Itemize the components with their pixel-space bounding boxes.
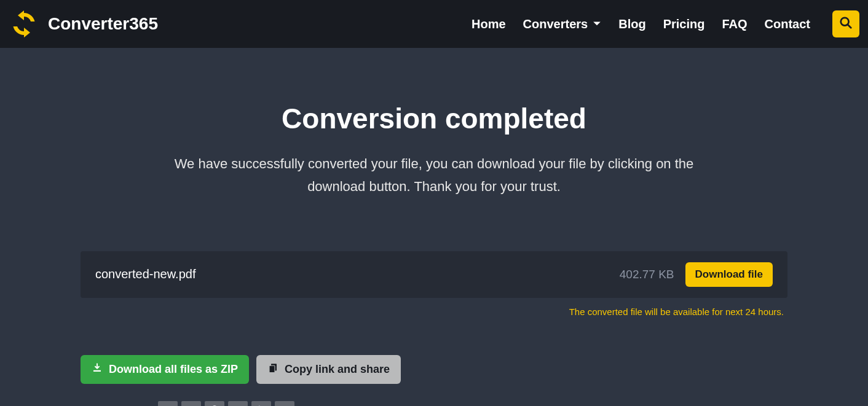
- share-linkedin-button[interactable]: [158, 401, 178, 406]
- copy-icon: [267, 362, 278, 377]
- search-icon: [839, 16, 853, 32]
- share-email-button[interactable]: [228, 401, 248, 406]
- refresh-arrows-icon: [9, 9, 39, 39]
- share-skype-button[interactable]: [251, 401, 271, 406]
- file-name: converted-new.pdf: [95, 267, 195, 281]
- share-whatsapp-button[interactable]: [205, 401, 224, 406]
- share-twitter-button[interactable]: [181, 401, 201, 406]
- main-content: Conversion completed We have successfull…: [81, 48, 787, 406]
- download-zip-label: Download all files as ZIP: [109, 363, 238, 376]
- brand-name: Converter365: [48, 14, 158, 34]
- download-zip-button[interactable]: Download all files as ZIP: [81, 355, 249, 384]
- share-more-button[interactable]: [275, 401, 294, 406]
- logo[interactable]: Converter365: [9, 9, 158, 39]
- bulk-actions: Download all files as ZIP Copy link and …: [81, 355, 787, 384]
- nav-faq[interactable]: FAQ: [722, 17, 747, 31]
- svg-rect-3: [269, 365, 275, 372]
- main-nav: Home Converters Blog Pricing FAQ Contact: [471, 10, 859, 37]
- page-subtitle: We have successfully converted your file…: [151, 152, 717, 198]
- page-title: Conversion completed: [81, 102, 787, 135]
- nav-contact[interactable]: Contact: [765, 17, 810, 31]
- download-file-button[interactable]: Download file: [685, 262, 773, 287]
- nav-home[interactable]: Home: [471, 17, 506, 31]
- copy-link-label: Copy link and share: [285, 363, 390, 376]
- chevron-down-icon: [593, 17, 601, 31]
- copy-link-button[interactable]: Copy link and share: [256, 355, 401, 384]
- nav-pricing[interactable]: Pricing: [663, 17, 705, 31]
- availability-note: The converted file will be available for…: [81, 306, 784, 317]
- file-size: 402.77 KB: [620, 268, 674, 281]
- share-buttons: [162, 401, 294, 406]
- search-button[interactable]: [832, 10, 859, 37]
- converted-file-card: converted-new.pdf 402.77 KB Download fil…: [81, 251, 787, 298]
- nav-converters[interactable]: Converters: [523, 17, 602, 31]
- nav-blog[interactable]: Blog: [618, 17, 645, 31]
- svg-line-1: [848, 25, 851, 28]
- share-row: Share your file: [81, 401, 787, 406]
- nav-converters-label: Converters: [523, 17, 588, 31]
- download-icon: [92, 362, 103, 377]
- top-header: Converter365 Home Converters Blog Pricin…: [0, 0, 868, 48]
